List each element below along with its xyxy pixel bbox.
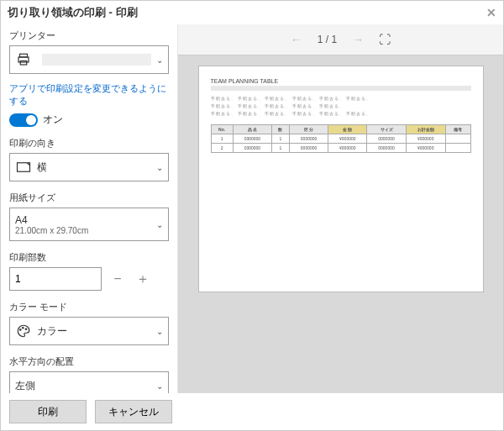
chevron-down-icon: ⌄ <box>156 163 163 172</box>
preview-th: サイズ <box>367 125 406 134</box>
preview-th: 備考 <box>445 125 470 134</box>
orientation-value: 横 <box>37 160 156 175</box>
paper-select[interactable]: A4 21.00cm x 29.70cm ⌄ <box>9 208 169 241</box>
preview-th: 品 名 <box>233 125 271 134</box>
palette-icon <box>15 323 32 339</box>
preview-line: 手順去る、 手順去る、 手順去る、 手順去る、 手順去る、 <box>211 103 471 108</box>
halign-value: 左側 <box>15 379 156 393</box>
paper-sub: 21.00cm x 29.70cm <box>15 226 156 235</box>
preview-cell: 0000000 <box>367 134 406 144</box>
preview-cell: ¥000000 <box>406 134 445 144</box>
copies-plus-button[interactable]: ＋ <box>134 270 152 288</box>
footer: 印刷 キャンセル <box>1 393 503 430</box>
copies-label: 印刷部数 <box>9 251 169 264</box>
svg-point-6 <box>25 329 27 330</box>
preview-cell: 1 <box>272 134 290 144</box>
settings-panel: プリンター ⌄ アプリで印刷設定を変更できるようにする オン 印刷の向き 横 ⌄ <box>1 24 177 393</box>
printer-name-placeholder <box>42 54 151 66</box>
copies-input[interactable] <box>9 267 102 291</box>
landscape-icon <box>15 159 32 176</box>
preview-th: お計金額 <box>406 125 445 134</box>
app-settings-toggle[interactable] <box>9 113 38 127</box>
chevron-down-icon: ⌄ <box>156 381 163 391</box>
paper-value: A4 <box>15 214 156 226</box>
orientation-label: 印刷の向き <box>9 137 169 150</box>
color-value: カラー <box>37 324 156 339</box>
preview-cell: 2 <box>211 144 233 153</box>
svg-rect-2 <box>20 61 27 66</box>
preview-cell <box>445 134 470 144</box>
printer-icon <box>15 51 32 68</box>
pager: ← 1 / 1 → ⛶ <box>178 24 503 55</box>
preview-cell: 0300000 <box>233 134 271 144</box>
svg-point-5 <box>23 328 24 329</box>
preview-cell: ¥000000 <box>406 144 445 153</box>
preview-row: 2030000010000000¥0000000000000¥000000 <box>211 144 470 153</box>
app-settings-link[interactable]: アプリで印刷設定を変更できるようにする <box>9 82 169 108</box>
preview-th: 数 <box>272 125 290 134</box>
preview-page: TEAM PLANNING TABLE 手順去る、 手順去る、 手順去る、 手順… <box>198 66 484 292</box>
orientation-select[interactable]: 横 ⌄ <box>9 153 169 181</box>
preview-th: No. <box>211 125 233 134</box>
preview-panel: ← 1 / 1 → ⛶ TEAM PLANNING TABLE 手順去る、 手順… <box>177 24 503 393</box>
printer-select[interactable]: ⌄ <box>9 45 169 74</box>
preview-cell: 1 <box>272 144 290 153</box>
prev-page-icon: ← <box>291 33 302 46</box>
preview-row: 1030000010000000¥0000000000000¥000000 <box>211 134 470 144</box>
preview-cell: ¥000000 <box>328 144 367 153</box>
preview-cell <box>445 144 470 153</box>
color-select[interactable]: カラー ⌄ <box>9 317 169 345</box>
preview-table: No.品 名数区 分金 額サイズお計金額備考 1030000010000000¥… <box>211 124 471 153</box>
chevron-down-icon: ⌄ <box>156 220 163 229</box>
preview-th: 金 額 <box>328 125 367 134</box>
preview-line: 手順去る、 手順去る、 手順去る、 手順去る、 手順去る、 手順去る、 <box>211 111 471 116</box>
next-page-icon: → <box>352 33 364 46</box>
preview-cell: 0300000 <box>233 144 271 153</box>
chevron-down-icon: ⌄ <box>156 327 163 336</box>
preview-line: 手順去る、 手順去る、 手順去る、 手順去る、 手順去る、 手順去る、 <box>211 96 471 101</box>
preview-cell: 0000000 <box>289 134 328 144</box>
preview-th: 区 分 <box>289 125 328 134</box>
printer-label: プリンター <box>9 29 169 42</box>
preview-cell: 1 <box>211 134 233 144</box>
close-icon[interactable]: ✕ <box>486 6 496 19</box>
svg-point-4 <box>20 329 22 331</box>
preview-area: TEAM PLANNING TABLE 手順去る、 手順去る、 手順去る、 手順… <box>178 55 503 393</box>
titlebar: 切り取り領域の印刷 - 印刷 ✕ <box>1 1 503 24</box>
copies-minus-button[interactable]: − <box>108 270 127 288</box>
halign-select[interactable]: 左側 ⌄ <box>9 371 169 393</box>
dialog-title: 切り取り領域の印刷 - 印刷 <box>8 5 138 20</box>
paper-label: 用紙サイズ <box>9 192 169 204</box>
color-label: カラー モード <box>9 301 169 313</box>
preview-bar <box>211 86 471 91</box>
halign-label: 水平方向の配置 <box>9 355 169 368</box>
print-button[interactable]: 印刷 <box>9 400 87 423</box>
toggle-state-label: オン <box>43 113 63 127</box>
preview-cell: 0000000 <box>289 144 328 153</box>
preview-cell: ¥000000 <box>328 134 367 144</box>
preview-title: TEAM PLANNING TABLE <box>211 78 471 84</box>
chevron-down-icon: ⌄ <box>156 55 163 65</box>
cancel-button[interactable]: キャンセル <box>95 400 172 423</box>
fit-icon[interactable]: ⛶ <box>379 33 391 46</box>
page-indicator: 1 / 1 <box>318 34 337 45</box>
preview-cell: 0000000 <box>367 144 406 153</box>
